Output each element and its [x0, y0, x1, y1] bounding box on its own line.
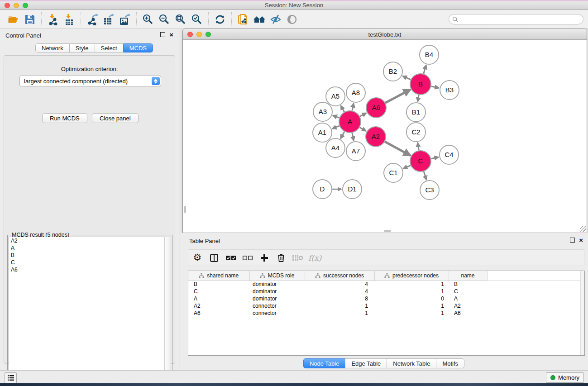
table-row[interactable]: A2connector11A2 [188, 302, 581, 310]
graph-edge-A6-B[interactable] [385, 90, 410, 103]
open-session-icon[interactable] [5, 11, 22, 28]
graph-node-C4[interactable]: C4 [440, 145, 459, 164]
graph-edge-A-A8[interactable] [352, 104, 354, 111]
close-panel-button[interactable]: Close panel [92, 113, 139, 123]
import-network-icon[interactable] [45, 11, 61, 28]
graph-node-A6[interactable]: A6 [366, 98, 386, 118]
graph-node-B2[interactable]: B2 [383, 62, 402, 81]
graph-node-B3[interactable]: B3 [440, 81, 459, 100]
zoom-out-icon[interactable] [156, 11, 172, 28]
close-table-panel-icon[interactable]: × [579, 238, 583, 243]
graph-node-A8[interactable]: A8 [346, 83, 365, 102]
graph-edge-B-B4[interactable] [424, 65, 426, 74]
tab-network-table[interactable]: Network Table [387, 358, 436, 368]
table-scrollbar[interactable] [580, 271, 584, 355]
graph-node-D[interactable]: D [313, 180, 332, 199]
table-row[interactable]: Adominator80A [188, 295, 581, 302]
column-header-predecessor-nodes[interactable]: predecessor nodes [374, 271, 449, 281]
table-options-gear-icon[interactable]: ⚙ [191, 252, 204, 264]
tab-network[interactable]: Network [35, 43, 69, 52]
show-columns-icon[interactable] [208, 252, 220, 264]
graph-node-A3[interactable]: A3 [313, 102, 332, 121]
deselect-all-icon[interactable] [241, 252, 254, 264]
result-item[interactable]: A2 [9, 237, 164, 244]
float-panel-icon[interactable] [160, 32, 165, 37]
graph-edge-A-A5[interactable] [341, 106, 344, 112]
graph-node-D1[interactable]: D1 [343, 180, 362, 199]
save-session-icon[interactable] [22, 11, 38, 28]
graph-node-B[interactable]: B [410, 74, 431, 95]
tab-mcds[interactable]: MCDS [123, 43, 153, 52]
tab-motifs[interactable]: Motifs [436, 358, 464, 368]
export-image-icon[interactable] [117, 11, 133, 28]
graph-node-B1[interactable]: B1 [406, 103, 425, 122]
delete-columns-icon[interactable] [275, 252, 287, 264]
refresh-view-icon[interactable] [212, 11, 228, 28]
graph-edge-B-B3[interactable] [431, 86, 439, 88]
graph-node-B4[interactable]: B4 [420, 45, 439, 64]
column-header-successor-nodes[interactable]: successor nodes [305, 271, 374, 281]
delete-table-icon[interactable] [292, 252, 304, 264]
graph-edge-C-C3[interactable] [424, 172, 426, 180]
import-table-icon[interactable] [61, 11, 77, 28]
column-header-shared-name[interactable]: shared name [188, 271, 249, 281]
graph-edge-B-B2[interactable] [403, 76, 411, 80]
tab-select[interactable]: Select [95, 43, 123, 52]
graph-edge-B-B1[interactable] [418, 95, 419, 102]
network-snapshot-icon[interactable] [235, 11, 251, 28]
graph-edge-A-A3[interactable] [333, 115, 339, 118]
criterion-dropdown[interactable]: largest connected component (directed) [19, 76, 161, 86]
network-window-titlebar[interactable]: testGlobe.txt [183, 29, 587, 40]
float-table-panel-icon[interactable] [570, 238, 575, 243]
zoom-selected-icon[interactable] [189, 11, 205, 28]
graph-node-C[interactable]: C [410, 151, 431, 172]
column-header-mcds-role[interactable]: MCDS role [249, 271, 305, 281]
search-field[interactable] [449, 14, 583, 24]
zoom-fit-icon[interactable] [172, 11, 189, 28]
tab-edge-table[interactable]: Edge Table [345, 358, 387, 368]
tab-node-table[interactable]: Node Table [303, 358, 345, 368]
mcds-result-list[interactable]: A2ABCA6 [9, 237, 164, 386]
tab-style[interactable]: Style [69, 43, 95, 52]
close-panel-icon[interactable]: × [169, 32, 173, 37]
graph-node-C1[interactable]: C1 [384, 163, 403, 182]
zoom-in-icon[interactable] [140, 11, 156, 28]
graph-node-A1[interactable]: A1 [313, 123, 332, 142]
canvas-vertical-scroll-nub[interactable] [184, 206, 186, 213]
graph-node-A7[interactable]: A7 [346, 142, 365, 161]
graph-node-A5[interactable]: A5 [326, 87, 345, 106]
graph-edge-A2-C[interactable] [385, 142, 410, 156]
table-row[interactable]: Bdominator41B [188, 281, 581, 288]
graph-edge-C-C2[interactable] [418, 143, 419, 151]
canvas-horizontal-scroll-nub[interactable] [384, 230, 391, 232]
graph-node-A[interactable]: A [339, 111, 361, 133]
export-table-icon[interactable] [100, 11, 117, 28]
graph-node-C2[interactable]: C2 [406, 123, 425, 142]
window-resize-grip[interactable] [580, 226, 586, 232]
hide-graphics-details-icon[interactable] [268, 11, 284, 28]
result-item[interactable]: A6 [9, 266, 164, 273]
graph-edge-A-A2[interactable] [360, 128, 366, 131]
search-input[interactable] [461, 16, 583, 23]
table-row[interactable]: A6connector11A6 [188, 310, 581, 317]
task-history-button[interactable] [5, 372, 17, 383]
graph-node-A2[interactable]: A2 [366, 127, 386, 147]
graph-edge-A-A7[interactable] [352, 133, 354, 141]
result-item[interactable]: A [9, 244, 164, 252]
graph-edge-A-A4[interactable] [341, 132, 344, 138]
result-item[interactable]: C [9, 259, 164, 266]
memory-button[interactable]: Memory [546, 372, 584, 383]
column-header-name[interactable]: name [449, 271, 487, 281]
export-network-icon[interactable] [84, 11, 100, 28]
result-list-scrollbar[interactable] [164, 237, 171, 386]
run-mcds-button[interactable]: Run MCDS [42, 113, 87, 123]
table-row[interactable]: Cdominator41C [188, 288, 581, 295]
birds-eye-view-icon[interactable] [284, 11, 300, 28]
select-all-checked-icon[interactable] [225, 252, 237, 264]
create-column-icon[interactable] [258, 252, 271, 264]
graph-edge-C-C1[interactable] [403, 166, 411, 169]
result-item[interactable]: B [9, 252, 164, 259]
network-canvas[interactable]: AA1A3A4A5A7A8A6A2BB1B2B3B4CC1C2C3C4DD1 [183, 40, 586, 233]
graph-edge-C-C4[interactable] [431, 157, 438, 159]
graph-edge-A-A6[interactable] [360, 113, 366, 116]
